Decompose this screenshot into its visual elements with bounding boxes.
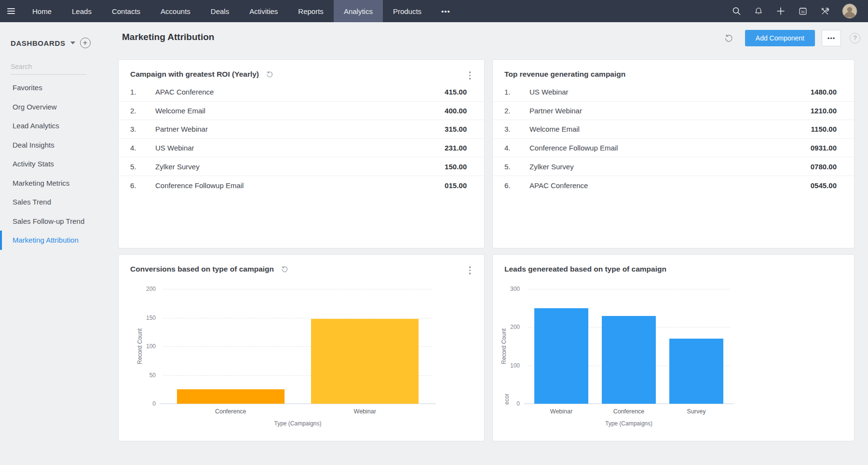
- nav-tab[interactable]: Contacts: [102, 0, 150, 22]
- row-rank: 5.: [504, 163, 529, 171]
- nav-tab[interactable]: Leads: [62, 0, 102, 22]
- sidebar-item[interactable]: Marketing Metrics: [0, 174, 99, 193]
- bar-survey[interactable]: [669, 339, 723, 404]
- gridline: [163, 289, 432, 289]
- nav-more-menu[interactable]: •••: [432, 0, 460, 22]
- list-row: 6. APAC Conference 0545.00: [493, 176, 854, 195]
- row-label: Partner Webinar: [529, 107, 811, 115]
- add-component-button[interactable]: Add Component: [745, 30, 815, 46]
- search-icon[interactable]: [731, 6, 742, 16]
- list-row: 1. US Webinar 1480.00: [493, 83, 854, 102]
- calendar-icon[interactable]: 31: [798, 6, 808, 16]
- hamburger-menu-icon[interactable]: [0, 0, 22, 22]
- refresh-icon[interactable]: [266, 70, 273, 78]
- list-row: 4. Conference Followup Email 0931.00: [493, 139, 854, 158]
- y-tick-label: 50: [134, 372, 156, 379]
- row-label: Partner Webinar: [155, 125, 445, 133]
- row-label: US Webinar: [155, 144, 445, 152]
- y-tick-label: 100: [498, 362, 520, 369]
- row-rank: 5.: [130, 163, 155, 171]
- x-category-label: Webinar: [528, 408, 595, 415]
- nav-tab[interactable]: Activities: [239, 0, 288, 22]
- bell-icon[interactable]: [753, 6, 764, 16]
- row-rank: 1.: [130, 88, 155, 96]
- bar-conference[interactable]: [602, 316, 656, 404]
- refresh-icon[interactable]: [724, 33, 733, 43]
- dashboard-list: FavoritesOrg OverviewLead AnalyticsDeal …: [0, 78, 99, 250]
- refresh-icon[interactable]: [281, 265, 288, 273]
- row-label: Welcome Email: [155, 107, 445, 115]
- bar-webinar[interactable]: [534, 308, 588, 404]
- bar-conference[interactable]: [177, 389, 285, 404]
- sidebar-item[interactable]: Sales Follow-up Trend: [0, 212, 99, 231]
- nav-tab[interactable]: Reports: [288, 0, 334, 22]
- more-options-button[interactable]: •••: [822, 30, 841, 46]
- sidebar-item[interactable]: Org Overview: [0, 97, 99, 117]
- row-label: Welcome Email: [529, 125, 811, 133]
- y-tick-label: 300: [498, 286, 520, 292]
- card-top-revenue: Top revenue generating campaign 1. US We…: [492, 59, 854, 248]
- add-dashboard-icon[interactable]: +: [80, 38, 91, 48]
- nav-tab[interactable]: Products: [383, 0, 432, 22]
- kebab-menu-icon[interactable]: [469, 266, 471, 274]
- y-tick-label: 150: [134, 315, 156, 321]
- sidebar-item[interactable]: Favorites: [0, 78, 99, 97]
- y-tick-label: 100: [134, 343, 156, 350]
- x-category-label: Survey: [663, 408, 730, 415]
- help-icon[interactable]: ?: [850, 33, 860, 43]
- search-input[interactable]: [11, 61, 87, 75]
- sidebar-item[interactable]: Lead Analytics: [0, 116, 99, 136]
- list-row: 3. Welcome Email 1150.00: [493, 120, 854, 139]
- ranked-list: 1. APAC Conference 415.00 2. Welcome Ema…: [119, 83, 484, 195]
- plus-icon[interactable]: [775, 6, 786, 16]
- list-row: 1. APAC Conference 415.00: [119, 83, 484, 102]
- chevron-down-icon[interactable]: [70, 41, 75, 44]
- y-tick-label: 200: [498, 324, 520, 330]
- list-row: 5. Zylker Survey 150.00: [119, 157, 484, 176]
- setup-tools-icon[interactable]: [820, 6, 830, 16]
- row-rank: 1.: [504, 88, 529, 96]
- list-row: 5. Zylker Survey 0780.00: [493, 157, 854, 176]
- row-value: 315.00: [445, 125, 467, 133]
- sidebar-header: DASHBOARDS +: [11, 38, 91, 48]
- sidebar-item[interactable]: Marketing Attribution: [0, 231, 99, 250]
- bar-chart-conversions: Record Count 050100150200ConferenceWebin…: [163, 289, 432, 404]
- card-conversions-chart: Conversions based on type of campaign Re…: [118, 254, 485, 441]
- sidebar-item[interactable]: Activity Stats: [0, 154, 99, 174]
- user-avatar[interactable]: [842, 3, 857, 19]
- x-category-label: Conference: [595, 408, 663, 415]
- page-title: Marketing Attribution: [122, 32, 214, 42]
- row-value: 0780.00: [811, 163, 837, 171]
- sidebar-item[interactable]: Sales Trend: [0, 192, 99, 212]
- sidebar-title: DASHBOARDS: [11, 39, 66, 47]
- sidebar-item[interactable]: Deal Insights: [0, 136, 99, 155]
- top-navigation-bar: HomeLeadsContactsAccountsDealsActivities…: [0, 0, 868, 22]
- nav-tab[interactable]: Accounts: [150, 0, 201, 22]
- nav-spacer: [460, 0, 731, 22]
- row-rank: 6.: [504, 181, 529, 190]
- x-category-label: Webinar: [298, 408, 433, 415]
- bar-webinar[interactable]: [311, 319, 419, 404]
- card-header: Conversions based on type of campaign: [119, 255, 484, 274]
- x-category-label: Conference: [163, 408, 298, 415]
- row-rank: 4.: [504, 144, 529, 152]
- kebab-menu-icon[interactable]: [469, 71, 471, 80]
- row-value: 150.00: [445, 163, 467, 171]
- nav-tab[interactable]: Analytics: [334, 0, 383, 22]
- list-row: 4. US Webinar 231.00: [119, 139, 484, 158]
- row-value: 1210.00: [811, 107, 837, 115]
- dashboards-sidebar: DASHBOARDS + FavoritesOrg OverviewLead A…: [0, 22, 99, 465]
- row-value: 231.00: [445, 144, 467, 152]
- sidebar-search: [11, 61, 87, 75]
- gridline: [163, 318, 432, 318]
- row-label: Zylker Survey: [155, 163, 445, 171]
- card-header: Top revenue generating campaign: [493, 60, 854, 79]
- nav-right-icons: 31: [731, 0, 868, 22]
- list-row: 6. Conference Followup Email 015.00: [119, 176, 484, 195]
- card-header: Leads genereated based on type of campai…: [493, 255, 854, 274]
- y-tick-label: 0: [498, 400, 520, 407]
- row-label: APAC Conference: [155, 88, 445, 96]
- nav-tab[interactable]: Home: [22, 0, 62, 22]
- nav-tab[interactable]: Deals: [201, 0, 239, 22]
- list-row: 2. Welcome Email 400.00: [119, 102, 484, 121]
